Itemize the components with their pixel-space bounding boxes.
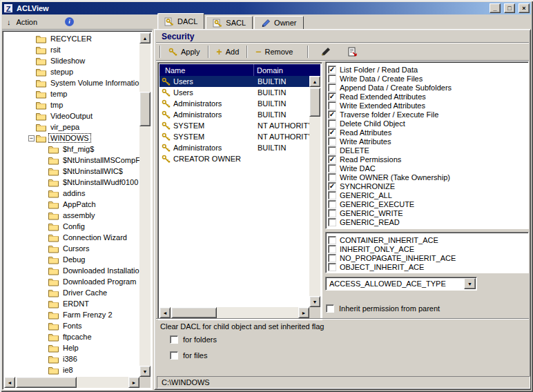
tree-item[interactable]: $NtUninstallWudf0100 [4, 177, 139, 188]
tree-item[interactable]: Driver Cache [4, 287, 139, 298]
tree-item[interactable]: addins [4, 188, 139, 199]
acl-entry-row[interactable]: SYSTEMNT AUTHORITY [159, 120, 309, 131]
checkbox-unchecked-icon[interactable] [328, 101, 336, 110]
tree-item[interactable]: Farm Frenzy 2 [4, 309, 139, 320]
permission-item[interactable]: ✓Read Attributes [328, 128, 527, 137]
acl-entry-row[interactable]: AdministratorsBUILTIN [159, 98, 309, 109]
acl-entry-row[interactable]: UsersBUILTIN [159, 87, 309, 98]
tree-item[interactable]: assembly [4, 210, 139, 221]
acl-entry-row[interactable]: AdministratorsBUILTIN [159, 109, 309, 120]
tree-hscroll-thumb[interactable] [16, 377, 77, 388]
action-menu[interactable]: Action [17, 18, 38, 26]
checkbox-unchecked-icon[interactable] [328, 137, 336, 146]
permission-item[interactable]: Write Extended Attributes [328, 101, 527, 110]
inherit-from-parent-checkbox-item[interactable]: Inherit permission from parent [326, 304, 440, 313]
arrow-down-icon[interactable]: ↓ [7, 18, 11, 26]
permission-item[interactable]: GENERIC_EXECUTE [328, 199, 527, 208]
acl-entry-row[interactable]: UsersBUILTIN [159, 76, 309, 87]
tab-owner[interactable]: Owner [254, 16, 303, 29]
scroll-up-icon[interactable]: ▲ [309, 76, 320, 87]
checkbox-checked-icon[interactable]: ✓ [328, 92, 336, 101]
tree-item[interactable]: Cursors [4, 243, 139, 254]
tree-item[interactable]: Help [4, 342, 139, 353]
column-header-domain[interactable]: Domain [254, 64, 320, 76]
tab-sacl[interactable]: SACL [206, 16, 253, 29]
permission-item[interactable]: ✓SYNCHRONIZE [328, 182, 527, 190]
tree-item[interactable]: vir_pepa [4, 121, 139, 133]
checkbox-unchecked-icon[interactable] [328, 254, 336, 262]
maximize-button[interactable]: □ [504, 3, 515, 13]
checkbox-unchecked-icon[interactable] [328, 119, 336, 128]
checkbox-unchecked-icon[interactable] [328, 146, 336, 155]
add-button[interactable]: + Add [212, 46, 244, 57]
checkbox-unchecked-icon[interactable] [328, 218, 336, 226]
tree-horizontal-scrollbar[interactable]: ◄ ► [4, 377, 139, 388]
checkbox-unchecked-icon[interactable] [328, 164, 336, 173]
scroll-left-icon[interactable]: ◄ [4, 377, 15, 388]
tree-item[interactable]: −WINDOWS [4, 133, 139, 144]
acl-entry-row[interactable]: CREATOR OWNER [159, 153, 309, 164]
checkbox-unchecked-icon[interactable] [170, 335, 178, 344]
export-report-button[interactable] [342, 46, 362, 58]
column-header-name[interactable]: Name [159, 64, 254, 76]
tree-item[interactable]: RECYCLER [4, 33, 139, 44]
scroll-right-icon[interactable]: ► [128, 377, 139, 388]
permission-item[interactable]: GENERIC_READ [328, 217, 527, 226]
ace-inherit-flag-item[interactable]: NO_PROPAGATE_INHERIT_ACE [328, 253, 527, 262]
tree-item[interactable]: Connection Wizard [4, 232, 139, 243]
chevron-down-icon[interactable]: ▼ [464, 278, 476, 289]
permission-item[interactable]: GENERIC_WRITE [328, 208, 527, 217]
permission-item[interactable]: Write OWNER (Take Ownership) [328, 173, 527, 182]
permission-item[interactable]: ✓Traverse folder / Execute File [328, 110, 527, 119]
scroll-right-icon[interactable]: ► [298, 307, 309, 318]
remove-button[interactable]: − Remove [251, 46, 298, 57]
scroll-down-icon[interactable]: ▼ [139, 366, 151, 377]
checkbox-unchecked-icon[interactable] [328, 200, 336, 208]
tree-item[interactable]: Downloaded Program [4, 276, 139, 287]
checkbox-checked-icon[interactable]: ✓ [328, 182, 336, 190]
tab-dacl[interactable]: DACL [157, 13, 204, 29]
permission-item[interactable]: Write Attributes [328, 137, 527, 146]
for-folders-checkbox-item[interactable]: for folders [170, 335, 217, 344]
tree-item[interactable]: Fonts [4, 320, 139, 331]
tree-item[interactable]: temp [4, 88, 139, 99]
checkbox-unchecked-icon[interactable] [328, 173, 336, 182]
tree-vertical-scrollbar[interactable]: ▲ ▼ [139, 32, 151, 377]
tree-expander[interactable]: − [27, 135, 36, 141]
ace-inherit-flag-item[interactable]: CONTAINER_INHERIT_ACE [328, 235, 527, 244]
acl-entry-row[interactable]: SYSTEMNT AUTHORITY [159, 131, 309, 142]
checkbox-unchecked-icon[interactable] [328, 75, 336, 83]
tree-item[interactable]: ftpcache [4, 331, 139, 342]
checkbox-unchecked-icon[interactable] [328, 209, 336, 217]
tree-item[interactable]: ERDNT [4, 298, 139, 309]
tree-collapse-icon[interactable]: − [28, 135, 35, 141]
checkbox-checked-icon[interactable]: ✓ [328, 110, 336, 119]
checkbox-checked-icon[interactable]: ✓ [328, 155, 336, 164]
edit-sd-button[interactable] [316, 46, 336, 58]
permission-item[interactable]: Append Data / Create Subfolders [328, 83, 527, 92]
info-icon[interactable]: i [65, 17, 74, 26]
scroll-down-icon[interactable]: ▼ [309, 296, 320, 307]
permission-item[interactable]: Delete Child Object [328, 119, 527, 128]
list-vertical-scrollbar[interactable]: ▲ ▼ [309, 76, 320, 307]
acl-entry-row[interactable]: AdministratorsBUILTIN [159, 142, 309, 153]
permission-item[interactable]: DELETE [328, 146, 527, 155]
checkbox-unchecked-icon[interactable] [328, 236, 336, 244]
permission-item[interactable]: ✓Read Permissions [328, 155, 527, 164]
scroll-left-icon[interactable]: ◄ [159, 307, 171, 318]
tree-item[interactable]: tmp [4, 99, 139, 110]
tree-item[interactable]: $hf_mig$ [4, 144, 139, 155]
checkbox-unchecked-icon[interactable] [328, 84, 336, 92]
tree-item[interactable]: $NtUninstallWIC$ [4, 166, 139, 177]
tree-item[interactable]: Downloaded Installatio [4, 265, 139, 276]
list-hscroll-thumb[interactable] [171, 307, 217, 318]
ace-inherit-flag-item[interactable]: OBJECT_INHERIT_ACE [328, 262, 527, 271]
tree-item[interactable]: ie8 [4, 364, 139, 375]
tree-item[interactable]: $NtUninstallMSCompF [4, 155, 139, 166]
checkbox-unchecked-icon[interactable] [328, 263, 336, 271]
permission-item[interactable]: ✓Read Extended Attributes [328, 92, 527, 101]
checkbox-unchecked-icon[interactable] [328, 191, 336, 199]
permission-item[interactable]: GENERIC_ALL [328, 190, 527, 199]
tree-item[interactable]: VideoOutput [4, 110, 139, 121]
tree-item[interactable]: i386 [4, 353, 139, 364]
